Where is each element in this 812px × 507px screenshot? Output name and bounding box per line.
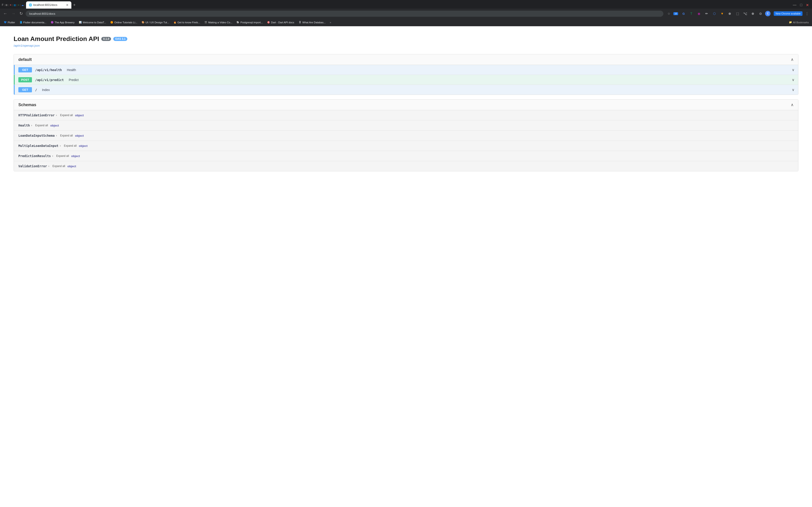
schema-expand-label-1[interactable]: Expand all: [60, 114, 73, 117]
bookmark-firebase[interactable]: 🔥 Get to know Fireb...: [171, 20, 202, 25]
default-section-header[interactable]: default ∧: [14, 54, 798, 65]
google-icon[interactable]: G: [680, 10, 687, 17]
schema-name-http-validation-error: HTTPValidationError: [18, 113, 55, 117]
schema-expand-arrow-3: ›: [56, 134, 57, 137]
version-badge: 0.1.0: [101, 37, 111, 41]
schema-type-1: object: [75, 114, 84, 117]
oas-badge: OAS 3.1: [113, 37, 127, 41]
tab-close-button[interactable]: ✕: [66, 3, 69, 7]
bookmark-favicon-flutter: 💙: [4, 21, 7, 24]
bookmark-label-ui-ux: UI / UX Design Tut...: [145, 21, 169, 24]
bookmark-label-dart: Dart - Dart API docs: [271, 21, 294, 24]
schema-type-3: object: [75, 134, 84, 137]
bookmarks-more-button[interactable]: »: [328, 20, 333, 24]
endpoint-predict-desc: Predict: [69, 78, 79, 82]
tab-bar-icon-plus: +: [18, 4, 19, 6]
schemas-section-toggle-icon: ∧: [791, 102, 794, 107]
bookmark-favicon-firebase: 🔥: [173, 21, 176, 24]
extension-icon-1[interactable]: T: [688, 10, 695, 17]
bookmark-online-tutorials[interactable]: 🟠 Online Tutorials Li...: [108, 20, 139, 25]
toolbar-icons: ☆ 16 G T ◉ ✏ ⬡ ▼ ⊕ ⬚ ⌥ ⊕ ⊙ C New Chrome …: [666, 10, 810, 17]
restore-button[interactable]: □: [799, 2, 804, 7]
active-tab[interactable]: 🌐 localhost:8001/docs ✕: [26, 1, 71, 9]
schema-health[interactable]: Health › Expand all object: [14, 120, 798, 130]
schema-type-2: object: [50, 124, 59, 127]
endpoint-health-row[interactable]: GET /api/v1/health Health ∨: [14, 65, 798, 75]
divider: |: [4, 4, 5, 6]
schemas-section: Schemas ∧ HTTPValidationError › Expand a…: [14, 99, 798, 171]
bookmark-label-online-tutorials: Online Tutorials Li...: [114, 21, 137, 24]
bookmark-dart[interactable]: 🎯 Dart - Dart API docs: [265, 20, 296, 25]
bookmark-ui-ux[interactable]: 🎨 UI / UX Design Tut...: [140, 20, 171, 25]
endpoint-health: GET /api/v1/health Health ∨: [14, 65, 798, 75]
bookmark-favicon-app-brewery: 🟣: [51, 21, 54, 24]
close-window-button[interactable]: ✕: [805, 2, 810, 8]
schema-expand-label-6[interactable]: Expand all: [52, 165, 65, 168]
browser-toolbar: ← → ↻ ☆ 16 G T ◉ ✏ ⬡ ▼ ⊕ ⬚ ⌥ ⊕ ⊙ C New C…: [0, 9, 812, 18]
tab-bar: F | ⊞ | ✕ | ▦ | + | ☁ | 🌐 localhost:8001…: [0, 0, 812, 9]
endpoint-predict: POST /api/v1/predict Predict ∨: [14, 75, 798, 85]
extension-icon-7[interactable]: ⬚: [734, 10, 741, 17]
schema-expand-label-5[interactable]: Expand all: [56, 154, 69, 158]
extension-icon-5[interactable]: ▼: [719, 10, 725, 17]
schema-expand-label-3[interactable]: Expand all: [60, 134, 73, 137]
endpoint-predict-row[interactable]: POST /api/v1/predict Predict ∨: [14, 75, 798, 84]
bookmark-label-datat: Welcome to DataT...: [83, 21, 106, 24]
reload-button[interactable]: ↻: [18, 10, 24, 17]
star-button[interactable]: ☆: [666, 10, 672, 17]
browser-frame: F | ⊞ | ✕ | ▦ | + | ☁ | 🌐 localhost:8001…: [0, 0, 812, 26]
bookmark-flutter-docs[interactable]: 📘 Flutter documenta...: [17, 20, 48, 25]
bookmark-video[interactable]: 🎬 Making a Video Co...: [202, 20, 234, 25]
endpoint-index-desc: Index: [42, 88, 50, 92]
extension-icon-9[interactable]: ⊙: [757, 10, 764, 17]
schema-expand-label-2[interactable]: Expand all: [35, 124, 48, 127]
schema-type-6: object: [67, 165, 76, 168]
extension-icon-2[interactable]: ◉: [696, 10, 702, 17]
method-get-badge-index: GET: [18, 87, 32, 92]
bookmark-postgresql[interactable]: 🐘 Postgresql import...: [235, 20, 265, 25]
schema-name-multiple-loan-data: MultipleLoanDataInput: [18, 144, 58, 148]
api-title-row: Loan Amount Prediction API 0.1.0 OAS 3.1: [14, 35, 798, 43]
github-icon[interactable]: ⌥: [742, 10, 748, 17]
schemas-section-header[interactable]: Schemas ∧: [14, 100, 798, 110]
bookmark-folder-icon: 📁: [789, 21, 792, 24]
endpoint-index-row[interactable]: GET / Index ∨: [14, 85, 798, 95]
bookmark-label-postgresql: Postgresql import...: [240, 21, 263, 24]
method-post-badge-predict: POST: [18, 77, 32, 82]
bookmark-favicon-online-tutorials: 🟠: [110, 21, 113, 24]
bookmark-databases[interactable]: 🗄 What Are Databas...: [297, 20, 327, 25]
address-bar[interactable]: [26, 11, 663, 17]
schema-expand-label-4[interactable]: Expand all: [64, 144, 77, 147]
bookmarks-all-button[interactable]: 📁 All Bookmarks: [788, 20, 810, 24]
schema-expand-arrow-4: ›: [60, 144, 61, 147]
extension-icon-4[interactable]: ⬡: [711, 10, 717, 17]
extension-icon-8[interactable]: ⊕: [750, 10, 756, 17]
schema-http-validation-error[interactable]: HTTPValidationError › Expand all object: [14, 110, 798, 120]
bookmark-label-firebase: Get to know Fireb...: [177, 21, 200, 24]
back-button[interactable]: ←: [2, 10, 9, 17]
schema-expand-arrow-1: ›: [56, 114, 57, 117]
bookmark-app-brewery[interactable]: 🟣 The App Brewery: [49, 20, 77, 25]
extension-icon-6[interactable]: ⊕: [726, 10, 733, 17]
api-subtitle[interactable]: /api/v1/openapi.json: [14, 44, 798, 47]
bookmark-flutter[interactable]: 💙 Flutter: [2, 20, 17, 25]
bookmark-favicon-datat: 📊: [79, 21, 82, 24]
schema-name-loan-data-input: LoanDataInputSchema: [18, 134, 55, 137]
schema-validation-error[interactable]: ValidationError › Expand all object: [14, 161, 798, 171]
page-content: Loan Amount Prediction API 0.1.0 OAS 3.1…: [0, 26, 812, 507]
new-chrome-badge[interactable]: New Chrome available: [774, 11, 803, 16]
extension-icon-3[interactable]: ✏: [704, 10, 710, 17]
bookmark-favicon-video: 🎬: [204, 21, 207, 24]
schema-prediction-results[interactable]: PredictionResults › Expand all object: [14, 151, 798, 161]
new-tab-button[interactable]: +: [71, 3, 78, 7]
schema-type-5: object: [71, 154, 80, 158]
minimize-button[interactable]: —: [792, 2, 798, 7]
profile-avatar[interactable]: C: [765, 11, 770, 16]
bookmark-welcome-datat[interactable]: 📊 Welcome to DataT...: [77, 20, 108, 25]
endpoint-health-path: /api/v1/health: [35, 68, 62, 72]
endpoint-predict-chevron-icon: ∨: [792, 78, 795, 82]
forward-button[interactable]: →: [10, 10, 17, 17]
schema-loan-data-input[interactable]: LoanDataInputSchema › Expand all object: [14, 130, 798, 141]
menu-button[interactable]: ⋮: [804, 10, 810, 17]
schema-multiple-loan-data-input[interactable]: MultipleLoanDataInput › Expand all objec…: [14, 141, 798, 151]
